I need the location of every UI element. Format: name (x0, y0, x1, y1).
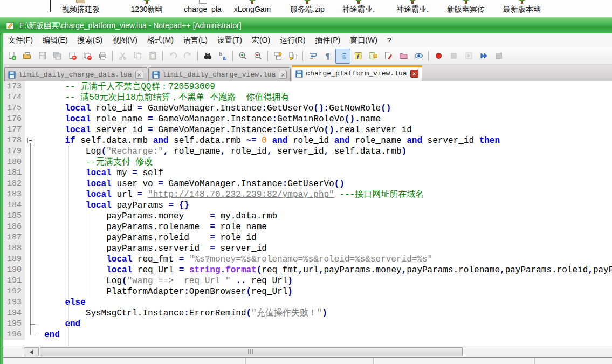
code-text[interactable]: payParams.money = my.data.rmb (44, 211, 612, 222)
code-text[interactable]: payParams.roleid = role_id (44, 232, 612, 243)
desktop-icon[interactable]: 服务端.zip (278, 0, 337, 10)
show-all-characters-button[interactable]: ¶ (320, 49, 335, 64)
code-text[interactable]: else (44, 297, 612, 308)
code-text[interactable]: local role_name = GameVoManager.Instance… (44, 114, 612, 125)
menu-item[interactable]: 格式(M) (142, 34, 178, 47)
code-text[interactable]: -- 满50元次日18点前结算，不黑单 不跑路 你值得拥有 (44, 92, 612, 103)
code-text[interactable]: local server_id = GameVoManager.Instance… (44, 125, 612, 135)
title-bar[interactable]: E:\新版幽冥\charge_platform_view.lua - Notep… (0, 17, 612, 34)
sync-horizontal-scroll-button[interactable] (285, 49, 300, 64)
horizontal-scrollbar[interactable] (3, 346, 612, 357)
code-line: 196end (3, 329, 612, 340)
menu-item[interactable]: 宏(O) (247, 34, 275, 47)
function-list-button[interactable]: ƒ (350, 49, 366, 64)
save-icon (38, 51, 47, 60)
line-number: 191 (3, 276, 25, 286)
macro-record-button[interactable] (431, 49, 446, 64)
menu-item[interactable]: 插件(P) (311, 34, 346, 47)
menu-item[interactable]: ? (382, 35, 396, 46)
sync-vertical-scroll-button[interactable] (270, 49, 285, 64)
desktop-icon[interactable]: 新版幽冥传 (436, 0, 496, 10)
desktop-icon[interactable]: 最新版本幽 (492, 0, 552, 10)
undo-button[interactable] (165, 49, 180, 64)
desktop-icon[interactable]: 神途霸业. (383, 0, 442, 10)
code-text[interactable]: if self.data.rmb and self.data.rmb ~= 0 … (44, 135, 612, 146)
new-file-button[interactable] (4, 49, 19, 64)
save-button[interactable] (35, 49, 50, 64)
code-text[interactable]: PlatformAdapter:OpenBrowser(req_Url) (44, 286, 612, 297)
line-number: 175 (3, 103, 25, 114)
tab-close-icon[interactable] (135, 71, 143, 79)
tab-limit_daily_charge_data.lua[interactable]: limit_daily_charge_data.lua (4, 67, 147, 81)
menu-item[interactable]: 设置(T) (212, 34, 247, 47)
toolbar-separator (428, 51, 429, 61)
menu-item[interactable]: 语言(L) (178, 34, 212, 47)
desktop-icon[interactable]: 神途霸业. (329, 0, 388, 10)
tab-close-icon[interactable] (279, 71, 287, 79)
code-text[interactable]: -- 元满千人不禁言QQ群：720593009 (44, 81, 612, 92)
code-text[interactable]: local url = "http://148.70.232.239:82/ym… (44, 189, 612, 200)
save-all-button[interactable] (50, 49, 65, 64)
tab-charge_platform_view.lua[interactable]: charge_platform_view.lua (292, 65, 422, 82)
macro-save-icon (494, 51, 504, 60)
document-switcher-button[interactable] (381, 49, 396, 64)
code-text[interactable]: local payParams = {} (44, 200, 612, 211)
code-text[interactable]: SysMsgCtrl.Instance:ErrorRemind("充值操作失败！… (44, 308, 612, 319)
zoom-in-button[interactable] (235, 49, 250, 64)
menu-item[interactable]: 编辑(E) (38, 34, 73, 47)
code-text[interactable]: local my = self (44, 168, 612, 178)
redo-button[interactable] (180, 49, 195, 64)
desktop-icon[interactable]: 视频搭建教 (51, 0, 111, 10)
find-button[interactable] (200, 49, 215, 64)
code-text[interactable]: Log("wang ==> req_Url " .. req_Url) (44, 276, 612, 286)
line-number: 184 (3, 200, 25, 211)
menu-item[interactable]: 文件(F) (3, 34, 38, 47)
code-text[interactable]: Log("Recharge:", role_name, role_id, ser… (44, 146, 612, 157)
tab-limit_daily_charge_view.lua[interactable]: limit_daily_charge_view.lua (148, 67, 291, 81)
fold-collapse-icon[interactable] (25, 135, 44, 146)
fold-margin (25, 125, 44, 135)
print-button[interactable] (95, 49, 110, 64)
menu-item[interactable]: 搜索(S) (73, 34, 108, 47)
close-document-button[interactable] (65, 49, 80, 64)
scrollbar-thumb[interactable] (40, 347, 463, 356)
word-wrap-button[interactable] (305, 49, 320, 64)
desktop-background: 视频搭建教1230新幽charge_plaxLongGam服务端.zip神途霸业… (0, 0, 612, 17)
scroll-left-button[interactable] (24, 347, 39, 356)
indent-guide-button[interactable] (335, 49, 350, 64)
tab-close-icon[interactable] (410, 70, 418, 78)
code-text[interactable]: end (44, 329, 612, 340)
code-editor[interactable]: 173 -- 元满千人不禁言QQ群：720593009174 -- 满50元次日… (3, 81, 612, 346)
paste-button[interactable] (145, 49, 160, 64)
desktop-icon[interactable]: 1230新幽 (117, 0, 176, 10)
menu-item[interactable]: 视图(V) (107, 34, 142, 47)
document-map-button[interactable] (366, 49, 381, 64)
cut-button[interactable] (115, 49, 130, 64)
code-text[interactable]: local req_fmt = "%s?money=%s&rolename=%s… (44, 254, 612, 265)
code-text[interactable]: local role_id = GameVoManager.Instance:G… (44, 103, 612, 114)
code-text[interactable]: local user_vo = GameVoManager.Instance:G… (44, 178, 612, 189)
open-folder-button[interactable] (19, 49, 35, 64)
desktop-icon[interactable]: xLongGam (223, 0, 282, 10)
folder-as-workspace-button[interactable] (396, 49, 411, 64)
line-number: 192 (3, 286, 25, 297)
fold-margin (25, 157, 44, 168)
code-text[interactable]: local req_Url = string.format(req_fmt,ur… (44, 265, 612, 276)
code-text[interactable]: end (44, 319, 612, 329)
fold-margin (25, 114, 44, 125)
code-text[interactable]: payParams.rolename = role_name (44, 222, 612, 232)
replace-button[interactable]: ba (215, 49, 230, 64)
code-text[interactable]: --元满支付 修改 (44, 157, 612, 168)
zoom-out-button[interactable] (250, 49, 265, 64)
copy-button[interactable] (130, 49, 145, 64)
code-text[interactable]: payParams.serverid = server_id (44, 243, 612, 254)
macro-play-button[interactable] (461, 49, 476, 64)
line-number: 176 (3, 114, 25, 125)
macro-save-button[interactable] (491, 49, 506, 64)
macro-run-multiple-button[interactable] (476, 49, 491, 64)
macro-stop-button[interactable] (446, 49, 461, 64)
menu-item[interactable]: 运行(R) (275, 34, 310, 47)
close-all-documents-button[interactable] (80, 49, 95, 64)
monitoring-button[interactable] (411, 49, 426, 64)
menu-item[interactable]: 窗口(W) (345, 34, 382, 47)
